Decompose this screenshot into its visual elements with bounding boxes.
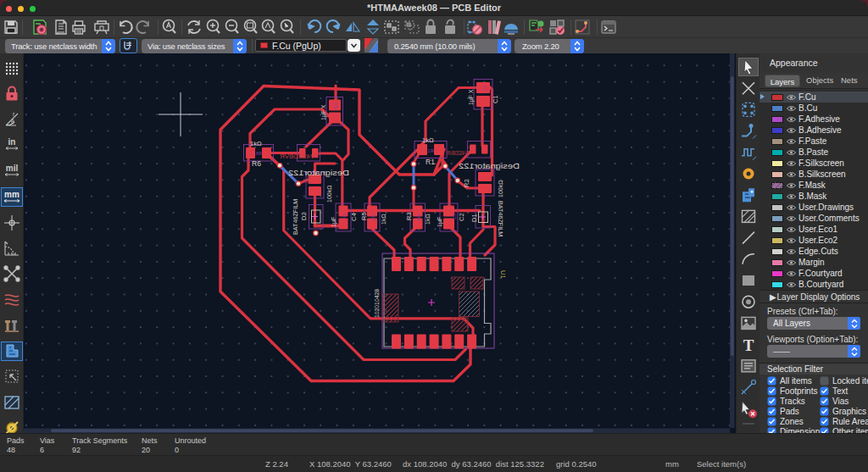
- svg-text:C1: C1: [482, 86, 487, 92]
- svg-text:R1: R1: [426, 158, 435, 166]
- svg-text:TV4S2DBVR: TV4S2DBVR: [280, 153, 319, 159]
- svg-text:1μF: 1μF: [437, 217, 443, 227]
- svg-text:R5: R5: [370, 214, 376, 220]
- svg-text:R3: R3: [405, 212, 413, 220]
- svg-text:R6: R6: [255, 151, 261, 156]
- svg-text:BAT46ZFILM: BAT46ZFILM: [292, 199, 299, 235]
- svg-text:R4: R4: [306, 176, 312, 184]
- svg-text:100kΩ: 100kΩ: [498, 180, 504, 197]
- svg-text:C2: C2: [333, 103, 338, 108]
- svg-text:R5: R5: [360, 212, 368, 220]
- svg-text:1kΩ: 1kΩ: [422, 136, 434, 144]
- svg-text:C2: C2: [458, 213, 465, 221]
- svg-text:C4: C4: [342, 214, 347, 219]
- svg-text:mm: mm: [4, 190, 19, 199]
- svg-text:Designator122: Designator122: [459, 162, 520, 170]
- svg-text:TV4S2DBVR: TV4S2DBVR: [447, 150, 470, 156]
- svg-text:1kΩ: 1kΩ: [250, 140, 262, 147]
- svg-text:102010428: 102010428: [374, 289, 380, 318]
- svg-text:100kΩ: 100kΩ: [326, 186, 332, 203]
- svg-text:U1: U1: [499, 270, 507, 279]
- svg-text:1kΩ: 1kΩ: [381, 214, 387, 225]
- svg-text:in: in: [8, 137, 16, 147]
- svg-text:D1: D1: [470, 214, 478, 222]
- svg-text:θ: θ: [11, 119, 14, 125]
- svg-text:D2: D2: [300, 212, 308, 220]
- svg-text:T: T: [743, 336, 754, 354]
- svg-text:R1: R1: [427, 148, 433, 153]
- svg-text:R3: R3: [416, 214, 421, 220]
- svg-text:R2: R2: [463, 179, 470, 187]
- svg-text:C2: C2: [452, 214, 457, 219]
- svg-text:R6: R6: [252, 159, 261, 168]
- svg-text:1μF: 1μF: [331, 217, 337, 227]
- svg-text:1μF X: 1μF X: [468, 89, 475, 105]
- svg-text:C1: C1: [492, 95, 499, 103]
- svg-text:Designator122: Designator122: [288, 169, 349, 177]
- svg-text:C4: C4: [350, 213, 358, 221]
- svg-text:mil: mil: [6, 164, 19, 173]
- svg-text:1kΩ: 1kΩ: [425, 214, 431, 225]
- svg-text:1μF X: 1μF X: [320, 104, 327, 120]
- svg-text:BAT46ZFILM: BAT46ZFILM: [497, 201, 504, 236]
